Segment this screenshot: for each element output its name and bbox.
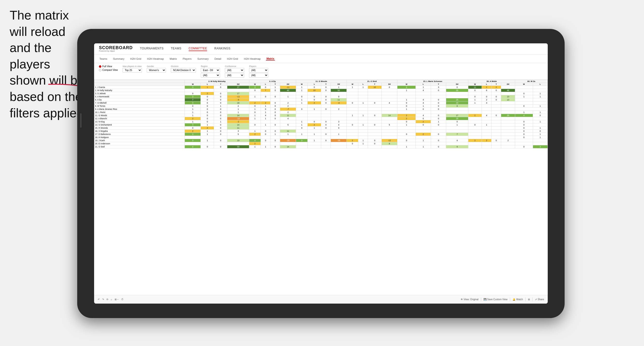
watch-btn[interactable]: 🔔 Watch (512, 298, 523, 301)
matrix-cell: 4 (416, 114, 431, 117)
matrix-cell: 0 (261, 139, 270, 142)
matrix-cell (347, 108, 358, 111)
table-row: 2. M Kelly Mulcahy070401100501403506046 (94, 89, 548, 92)
subnav-h2hheatmap2[interactable]: H2H Heatmap (244, 57, 261, 60)
matrix-cell: 3 (249, 86, 261, 89)
subnav-matrix1[interactable]: Matrix (169, 57, 177, 60)
matrix-cell: 13 (501, 95, 515, 98)
matrix-cell: 5 (227, 133, 249, 136)
matrix-cell: 0 (201, 114, 214, 117)
matrix-cell: 2 (468, 139, 482, 142)
full-view-option[interactable]: Full View (99, 65, 118, 68)
matrix-cell: 14 (382, 114, 398, 117)
matrix-cell: 5 (382, 123, 398, 127)
nav-committee[interactable]: COMMITTEE (189, 47, 207, 51)
matrix-cell (321, 105, 331, 108)
matrix-cell: 2 (492, 86, 501, 89)
matrix-cell: 0 (321, 95, 331, 98)
subnav-summary1[interactable]: Summary (112, 57, 125, 60)
sh-t2: T (270, 83, 280, 86)
matrix-cell: 1 (249, 95, 261, 98)
matrix-cell (492, 120, 501, 123)
nav-tournaments[interactable]: TOURNAMENTS (140, 47, 164, 51)
separator4 (532, 298, 532, 301)
matrix-cell (468, 142, 482, 145)
matrix-cell (501, 108, 515, 111)
matrix-cell (533, 101, 548, 105)
matrix-cell: 3 (185, 86, 201, 89)
matrix-cell (468, 108, 482, 111)
players-select2[interactable]: (All) (249, 73, 268, 78)
matrix-cell (321, 142, 331, 145)
max-players-select[interactable]: Top 25 (122, 68, 142, 73)
players-select[interactable]: (All) (249, 68, 268, 73)
matrix-cell (321, 136, 331, 139)
refresh-btn[interactable]: ⟳ (106, 298, 108, 301)
undo-btn[interactable]: ↶ (98, 298, 100, 301)
subnav-players[interactable]: Players (182, 57, 192, 60)
matrix-cell: 2 (201, 127, 214, 130)
region-select-all[interactable]: (All) (201, 73, 220, 78)
view-original-btn[interactable]: 👁 View: Original (460, 298, 479, 301)
matrix-cell: 1 (515, 111, 533, 114)
compact-view-radio[interactable] (99, 69, 101, 71)
division-select[interactable]: NCAA Division II (171, 68, 196, 73)
nav-teams[interactable]: TEAMS (171, 47, 182, 51)
save-custom-btn[interactable]: 💾 Save Custom View (484, 298, 508, 301)
matrix-cell (249, 127, 261, 130)
gender-select[interactable]: Women's (147, 68, 166, 73)
redo-btn[interactable]: ↷ (102, 298, 104, 301)
matrix-cell: 1 (185, 111, 201, 114)
sh-w6: W (468, 83, 482, 86)
matrix-cell: 0 (515, 123, 533, 127)
matrix-cell: 1 (446, 123, 468, 127)
layout-btn[interactable]: ⊞ (528, 298, 530, 301)
subnav-h2hgrid2[interactable]: H2H Grid (226, 57, 239, 60)
region-select[interactable]: East - DII (201, 68, 220, 73)
matrix-cell (501, 133, 515, 136)
matrix-cell (280, 98, 296, 101)
matrix-cell: 1 (533, 92, 548, 95)
player-name-cell: 6. A Dy (94, 98, 185, 101)
matrix-cell: 0 (492, 95, 501, 98)
matrix-cell: 0 (382, 86, 398, 89)
matrix-cell: 0 (321, 139, 331, 142)
matrix-cell: 0 (214, 98, 227, 101)
matrix-cell: 0 (308, 98, 321, 101)
matrix-cell (358, 98, 368, 101)
subnav-matrix2[interactable]: Matrix (266, 57, 274, 60)
search-btn[interactable]: ⌕ (111, 298, 112, 301)
matrix-cell: 0 (321, 101, 331, 105)
subnav-h2hheatmap1[interactable]: H2H Heatmap (146, 57, 164, 60)
matrix-cell (347, 120, 358, 123)
zoom-btn[interactable]: ⊞ − (114, 298, 119, 301)
matrix-area[interactable]: 2. M Kelly Mulcahy 6. A Dy 11. G Woods 2… (94, 80, 548, 295)
full-view-radio[interactable] (99, 65, 101, 68)
matrix-cell (347, 130, 358, 133)
sh-w7: W (515, 83, 533, 86)
share-btn[interactable]: ⇗ Share (535, 298, 544, 301)
sh-d2: Dif (280, 83, 296, 86)
compact-view-option[interactable]: Compact View (99, 69, 118, 71)
matrix-cell: 0 (368, 101, 382, 105)
matrix-cell: 0 (214, 123, 227, 127)
conference-select2[interactable]: (All) (225, 73, 244, 78)
subnav-summary2[interactable]: Summary (197, 57, 209, 60)
matrix-cell: 0 (431, 101, 446, 105)
subnav-teams[interactable]: Teams (99, 57, 108, 60)
timer-btn[interactable]: ⏱ (121, 298, 124, 301)
sh-d5: Dif (446, 83, 468, 86)
table-row: 20. E Andersson20108 (94, 142, 548, 145)
matrix-cell: 0 (431, 145, 446, 149)
matrix-cell (214, 142, 227, 145)
matrix-cell: 1 (201, 86, 214, 89)
subnav-detail[interactable]: Detail (214, 57, 222, 60)
matrix-cell: 1 (201, 130, 214, 133)
conference-select[interactable]: (All) (225, 68, 244, 73)
matrix-cell: 1 (533, 105, 548, 108)
matrix-cell (468, 133, 482, 136)
matrix-cell: 0 (185, 105, 201, 108)
nav-rankings[interactable]: RANKINGS (214, 47, 230, 51)
subnav-h2hgrid1[interactable]: H2H Grid (130, 57, 142, 60)
matrix-cell (296, 130, 308, 133)
